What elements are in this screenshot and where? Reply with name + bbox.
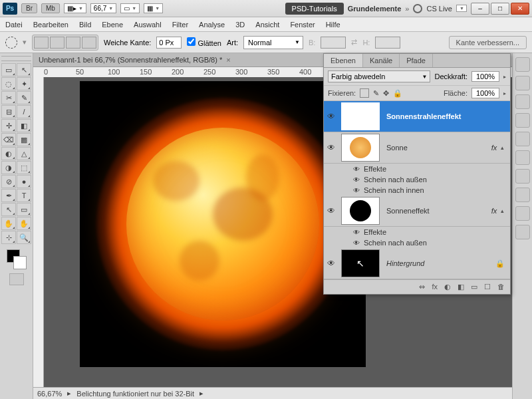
selection-mode-group[interactable] [32,35,98,51]
layer-thumbnail[interactable] [341,197,380,225]
cslive-label[interactable]: CS Live [426,5,452,13]
menu-datei[interactable]: Datei [5,21,23,29]
style-select[interactable]: Normal [243,36,303,49]
dock-icon[interactable] [515,113,530,128]
visibility-icon[interactable]: 👁 [324,143,338,152]
lock-transparency-icon[interactable] [360,88,369,98]
tool-10[interactable]: ⌫ [1,133,16,146]
dock-icon[interactable] [515,169,530,184]
dock-icon[interactable] [515,94,530,109]
screenmode-dropdown[interactable]: ▭ [120,3,140,13]
layer-footer-button[interactable]: ◧ [458,283,464,291]
feather-input[interactable] [156,37,182,49]
tab-ebenen[interactable]: Ebenen [324,54,363,67]
dock-icon[interactable] [515,57,530,72]
layer-name[interactable]: Sonneneffekt [382,207,487,215]
layer-effect-item[interactable]: Schein nach außen [324,237,510,248]
ruler-vertical[interactable] [33,77,44,399]
tool-17[interactable]: ● [17,175,31,188]
tool-7[interactable]: / [17,105,31,118]
tool-13[interactable]: △ [17,147,31,160]
layer-footer-button[interactable]: ⇔ [419,283,425,291]
menu-3d[interactable]: 3D [235,21,245,29]
status-arrow-icon[interactable]: ▸ [200,389,203,398]
opacity-flyout-icon[interactable]: ▸ [503,74,506,80]
lock-position-icon[interactable]: ✥ [383,89,389,98]
blend-mode-select[interactable]: Farbig abwedeln [328,70,430,82]
workspace-pill[interactable]: PSD-Tutorials [285,3,344,15]
layer-effect-item[interactable]: Effekte [324,164,510,174]
layer-name[interactable]: Sonnenstrahleneffekt [382,112,510,120]
tool-14[interactable]: ◑ [1,161,16,174]
menu-analyse[interactable]: Analyse [199,21,225,29]
layer-name[interactable]: Hintergrund [382,259,490,267]
minibridge-button[interactable]: Mb [41,3,60,13]
dock-icon[interactable] [515,225,530,239]
tool-18[interactable]: ✒ [1,189,16,202]
layer-footer-button[interactable]: fx [432,283,438,291]
fx-icon[interactable]: fx [487,207,501,215]
layer-thumbnail[interactable] [341,134,380,162]
fx-icon[interactable]: fx [487,144,501,152]
tool-16[interactable]: ⊘ [1,175,16,188]
tool-22[interactable]: ✋ [1,217,16,230]
tool-8[interactable]: ✢ [1,119,16,132]
status-arrow-icon[interactable]: ▸ [67,389,71,398]
tool-21[interactable]: ▭ [17,203,31,216]
tab-pfade[interactable]: Pfade [400,54,433,67]
layer-name[interactable]: Sonne [382,144,487,152]
opacity-input[interactable] [471,71,499,82]
lock-pixels-icon[interactable]: ✎ [373,89,379,98]
layer-row[interactable]: 👁↖Hintergrund🔒 [324,248,510,279]
tool-3[interactable]: ✦ [17,77,31,90]
layer-footer-button[interactable]: ◐ [444,283,451,291]
menu-ansicht[interactable]: Ansicht [255,21,279,29]
tool-20[interactable]: ↖ [1,203,16,216]
film-dropdown[interactable]: ▦▸ [64,3,86,13]
toolbox-grip[interactable] [1,56,31,61]
maximize-button[interactable]: □ [491,3,509,15]
minimize-button[interactable]: – [471,3,489,15]
visibility-icon[interactable]: 👁 [324,259,338,268]
lock-all-icon[interactable]: 🔒 [393,89,402,98]
bridge-button[interactable]: Br [21,3,37,13]
tool-2[interactable]: ◌ [1,77,16,90]
tool-12[interactable]: ◐ [1,147,16,160]
tab-kanaele[interactable]: Kanäle [363,54,400,67]
quickmask-button[interactable] [9,273,24,285]
menu-fenster[interactable]: Fenster [290,21,315,29]
tool-11[interactable]: ▩ [17,133,31,146]
tool-15[interactable]: ⬚ [17,161,31,174]
dock-icon[interactable] [515,132,530,146]
layer-row[interactable]: 👁Sonneneffektfx▴ [324,196,510,227]
layer-effect-item[interactable]: Schein nach innen [324,185,510,196]
dock-icon[interactable] [515,206,530,221]
layer-row[interactable]: 👁Sonnefx▴ [324,132,510,164]
tool-6[interactable]: ⊟ [1,105,16,118]
layer-effect-item[interactable]: Effekte [324,227,510,237]
status-zoom[interactable]: 66,67% [37,390,62,398]
menu-hilfe[interactable]: Hilfe [326,21,340,29]
close-button[interactable]: ✕ [511,3,529,15]
tool-1[interactable]: ↖ [17,63,31,76]
menu-filter[interactable]: Filter [172,21,188,29]
visibility-icon[interactable]: 👁 [324,206,338,215]
menu-auswahl[interactable]: Auswahl [134,21,162,29]
menu-bild[interactable]: Bild [79,21,91,29]
visibility-icon[interactable]: 👁 [324,112,338,121]
antialias-checkbox[interactable]: Glätten [187,37,221,47]
workspace-label[interactable]: Grundelemente [348,5,402,13]
color-swatches[interactable] [7,249,27,269]
workspace-more[interactable]: » [405,5,409,13]
layer-thumbnail[interactable]: ↖ [341,249,380,277]
dock-icon[interactable] [515,188,530,202]
tool-23[interactable]: ✋ [17,217,31,230]
cslive-dropdown[interactable] [456,5,467,12]
expand-icon[interactable]: ▴ [501,144,510,151]
tool-9[interactable]: ◧ [17,119,31,132]
dock-icon[interactable] [515,150,530,165]
menu-bearbeiten[interactable]: Bearbeiten [33,21,68,29]
tool-5[interactable]: ✎ [17,91,31,104]
layer-thumbnail[interactable] [341,102,380,130]
layer-footer-button[interactable]: ☐ [484,283,491,291]
